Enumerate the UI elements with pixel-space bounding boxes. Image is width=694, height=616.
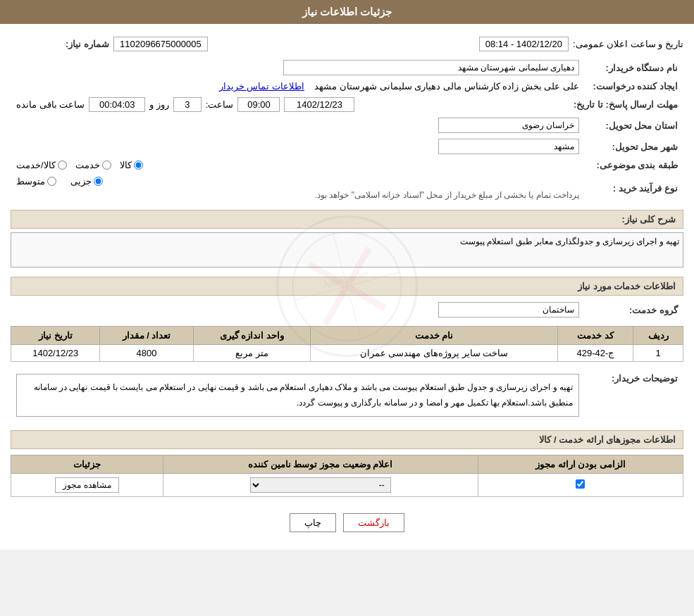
nam-dastgah-row: نام دستگاه خریدار: [11,57,683,78]
view-license-button[interactable]: مشاهده مجوز [55,477,118,493]
mohlat-date-value: 1402/12/23 [284,97,354,112]
cell-vahed: متر مربع [193,345,311,362]
tozihat-value: تهیه و اجرای زیرسازی و جدول طبق استعلام … [16,374,579,417]
license-table: الزامی بودن ارائه مجوز اعلام وضعیت مجوز … [11,455,683,497]
top-info-row: شماره نیاز: 1102096675000005 1402/12/20 … [11,37,683,51]
tamase-khardar-link[interactable]: اطلاعات تماس خریدار [219,81,304,92]
sharh-section-label: شرح کلی نیاز: [11,210,683,229]
sharh-textarea[interactable]: تهیه و اجرای زیرسازی و جدولگذاری معابر ط… [11,232,683,268]
farayand-note: پرداخت تمام یا بخشی از مبلغ خریدار از مح… [315,190,579,200]
tarikh-pub-value: 1402/12/20 - 08:14 [479,37,569,51]
license-joziyat-cell: مشاهده مجوز [11,474,163,497]
buttons-row: بازگشت چاپ [11,503,683,543]
mohlat-roz-label: روز و [149,99,169,110]
page-title: جزئیات اطلاعات نیاز [302,6,392,18]
col-tarikh: تاریخ نیاز [11,327,100,345]
tarikh-pub-label: تاریخ و ساعت اعلان عمومی: [573,39,683,49]
tarikh-pub-group: 1402/12/20 - 08:14 تاریخ و ساعت اعلان عم… [479,37,683,51]
shahr-row: شهر محل تحویل: [11,136,683,157]
col-radif: ردیف [633,327,683,345]
tabaqe-kala-option[interactable]: کالا [120,160,143,170]
tozihat-row: توضیحات خریدار: تهیه و اجرای زیرسازی و ج… [11,367,683,423]
cell-tarikh: 1402/12/23 [11,345,100,362]
mohlat-mande-value: 00:04:03 [89,97,145,112]
ejad-konande-label: ایجاد کننده درخواست: [585,78,683,94]
services-table: ردیف کد خدمت نام خدمت واحد اندازه گیری ت… [11,326,683,362]
farayand-jozii-text: جزیی [70,176,92,187]
noe-farayand-label: نوع فرآیند خرید : [585,173,683,203]
tabaqe-label: طبقه بندی موضوعی: [585,157,683,173]
license-col-joziyat: جزئیات [11,455,163,474]
tozihat-label: توضیحات خریدار: [585,367,683,423]
col-vahed: واحد اندازه گیری [193,327,311,345]
page-header: جزئیات اطلاعات نیاز [0,0,694,24]
farayand-motevaset-radio[interactable] [47,177,56,186]
shomare-niaz-value: 1102096675000005 [113,37,208,51]
cell-radif: 1 [633,345,683,362]
license-elzami-checkbox[interactable] [576,479,585,489]
ejad-konande-row: ایجاد کننده درخواست: علی علی بخش زاده کا… [11,78,683,94]
tabaqe-kala-text: کالا [120,160,132,170]
license-alam-cell[interactable]: -- [163,474,478,497]
shahr-label: شهر محل تحویل: [585,136,683,157]
mohlat-roz-value: 3 [173,97,202,112]
col-nam: نام خدمت [311,327,557,345]
mohlat-saat-value: 09:00 [237,97,280,112]
license-col-alam: اعلام وضعیت مجوز توسط نامین کننده [163,455,478,474]
services-section-title: اطلاعات خدمات مورد نیاز [11,277,683,296]
tabaqe-khadamat-text: خدمت [75,160,100,170]
tabaqe-kala-khadamat-text: کالا/خدمت [16,160,56,170]
ostan-label: استان محل تحویل: [585,115,683,136]
tabaqe-khadamat-radio[interactable] [102,161,111,170]
tabaqe-khadamat-option[interactable]: خدمت [75,160,111,170]
license-alam-select[interactable]: -- [250,477,391,493]
license-col-elzami: الزامی بودن ارائه مجوز [478,455,683,474]
farayand-motevaset-option[interactable]: متوسط [16,176,56,187]
back-button[interactable]: بازگشت [343,513,404,532]
gorohe-label: گروه خدمت: [585,299,683,320]
col-kod: کد خدمت [557,327,633,345]
print-button[interactable]: چاپ [290,513,336,532]
license-section-title: اطلاعات مجوزهای ارائه خدمت / کالا [11,430,683,449]
shahr-input[interactable] [438,139,579,154]
ostan-row: استان محل تحویل: [11,115,683,136]
col-tedad: تعداد / مقدار [100,327,193,345]
mohlat-saat-label: ساعت: [206,99,234,110]
gorohe-input[interactable] [438,302,579,318]
cell-nam: ساخت سایر پروژه‌های مهندسی عمران [311,345,557,362]
farayand-jozii-radio[interactable] [94,177,103,186]
farayand-motevaset-text: متوسط [16,176,45,187]
mohlat-label: مهلت ارسال پاسخ: تا تاریخ: [568,94,683,115]
services-table-row: 1 ج-42-429 ساخت سایر پروژه‌های مهندسی عم… [11,345,683,362]
farayand-jozii-option[interactable]: جزیی [70,176,103,187]
tabaqe-kala-radio[interactable] [134,161,143,170]
nam-dastgah-label: نام دستگاه خریدار: [585,57,683,78]
cell-kod: ج-42-429 [557,345,633,362]
gorohe-khadamat-row: گروه خدمت: [11,299,683,320]
license-elzami-cell [478,474,683,497]
license-table-row: -- مشاهده مجوز [11,474,683,497]
ejad-konande-value: علی علی بخش زاده کارشناس مالی دهیاری سلی… [314,81,579,92]
shomare-niaz-group: شماره نیاز: 1102096675000005 [11,37,208,51]
tabaqe-kala-khadamat-option[interactable]: کالا/خدمت [16,160,67,170]
noe-farayand-row: نوع فرآیند خرید : جزیی متوسط پرداخت [11,173,683,203]
nam-dastgah-input[interactable] [283,60,579,75]
ostan-input[interactable] [438,118,579,133]
mohlat-mande-label: ساعت باقی مانده [16,99,85,110]
tabaqe-row: طبقه بندی موضوعی: کالا/خدمت خدمت کالا [11,157,683,173]
tabaqe-kala-khadamat-radio[interactable] [58,161,67,170]
shomare-niaz-label: شماره نیاز: [11,39,109,49]
cell-tedad: 4800 [100,345,193,362]
mohlat-row: مهلت ارسال پاسخ: تا تاریخ: ساعت باقی مان… [11,94,683,115]
